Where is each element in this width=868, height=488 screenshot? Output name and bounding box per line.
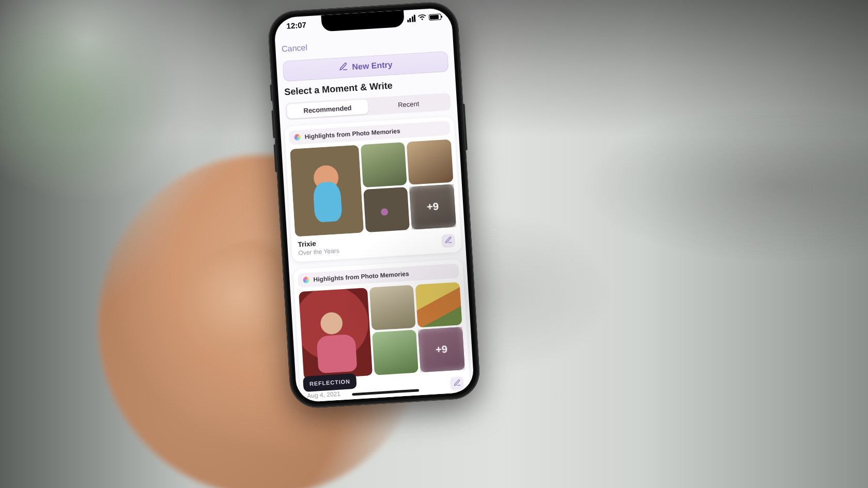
- compose-icon: [444, 235, 452, 246]
- photo-background: 12:07 Cancel: [0, 0, 868, 488]
- photo-grid: +9: [290, 139, 456, 237]
- moment-subtitle: Aug 4, 2021: [307, 390, 343, 399]
- more-count-badge: +9: [409, 184, 456, 230]
- photo-thumbnail[interactable]: [363, 187, 410, 232]
- phone-screen: 12:07 Cancel: [274, 7, 475, 403]
- photo-thumbnail[interactable]: [415, 282, 462, 327]
- segment-recent[interactable]: Recent: [367, 95, 449, 114]
- status-time: 12:07: [286, 20, 306, 30]
- new-entry-label: New Entry: [352, 60, 393, 72]
- reflection-chip[interactable]: REFLECTION: [303, 373, 357, 392]
- moment-subtitle: Over the Years: [298, 247, 339, 257]
- photo-thumbnail[interactable]: [290, 145, 364, 237]
- cancel-button[interactable]: Cancel: [282, 43, 308, 54]
- side-button: [462, 104, 467, 150]
- photos-app-icon: [293, 133, 301, 141]
- volume-up-button: [271, 111, 275, 138]
- photo-thumbnail-more[interactable]: +9: [418, 327, 465, 372]
- new-entry-button[interactable]: New Entry: [283, 51, 449, 82]
- iphone: 12:07 Cancel: [267, 1, 481, 409]
- wifi-icon: [418, 13, 427, 22]
- battery-icon: [429, 13, 442, 20]
- more-count-badge: +9: [418, 327, 465, 372]
- photo-thumbnail[interactable]: [372, 329, 419, 375]
- write-entry-button[interactable]: [441, 234, 456, 248]
- compose-icon: [453, 379, 461, 389]
- photo-thumbnail[interactable]: [407, 139, 454, 185]
- compose-icon: [338, 62, 348, 74]
- write-entry-button[interactable]: [450, 376, 464, 391]
- photos-app-icon: [302, 276, 310, 284]
- moment-header-label: Highlights from Photo Memories: [313, 270, 409, 283]
- moment-card[interactable]: Highlights from Photo Memories +9: [284, 116, 461, 262]
- photo-thumbnail-more[interactable]: +9: [409, 184, 456, 230]
- photo-thumbnail[interactable]: [299, 288, 373, 380]
- photo-thumbnail[interactable]: [369, 285, 416, 330]
- photo-thumbnail[interactable]: [361, 142, 408, 187]
- photo-grid: +9: [299, 282, 465, 380]
- segment-recommended[interactable]: Recommended: [287, 99, 368, 119]
- cellular-signal-icon: [407, 14, 415, 22]
- moment-header-label: Highlights from Photo Memories: [304, 128, 400, 140]
- mute-switch: [270, 85, 273, 101]
